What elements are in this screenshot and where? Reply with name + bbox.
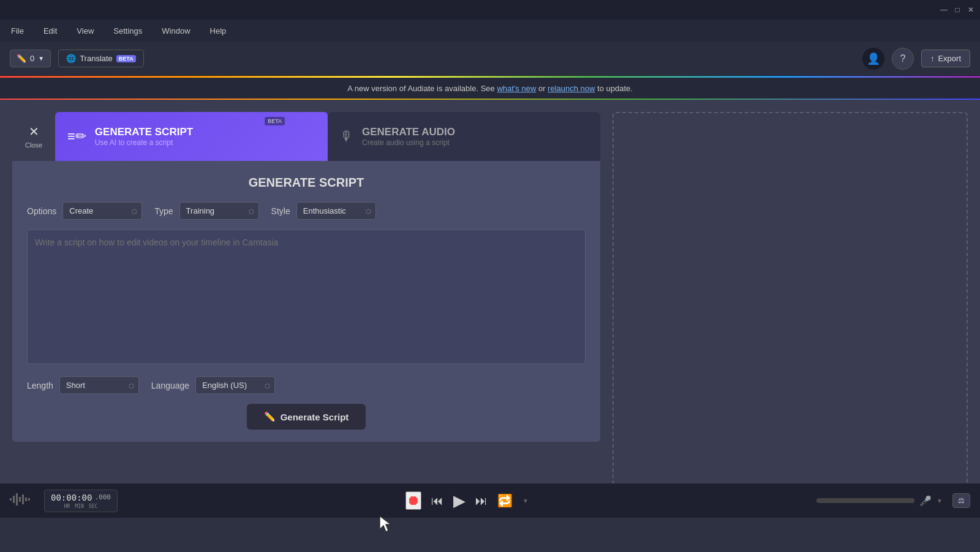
transport-controls: ⏺ ⏮ ▶ ⏭ 🔁 ▼ — [127, 491, 807, 510]
hr-label: HR — [64, 504, 70, 509]
script-textarea[interactable] — [27, 229, 586, 364]
menu-bar: File Edit View Settings Window Help — [0, 20, 980, 42]
microphone-icon: 🎤 — [919, 495, 932, 507]
volume-area: 🎤 ▼ — [816, 495, 943, 507]
export-button[interactable]: ↑ Export — [921, 50, 970, 67]
svg-rect-1 — [10, 498, 12, 501]
close-icon: ✕ — [29, 124, 39, 139]
menu-window[interactable]: Window — [158, 24, 194, 38]
mic-chevron: ▼ — [937, 498, 943, 504]
title-bar: — □ ✕ — [0, 0, 980, 20]
drop-zone — [612, 112, 968, 505]
audio-levels-button[interactable]: ⚖ — [952, 493, 970, 508]
menu-settings[interactable]: Settings — [110, 24, 146, 38]
svg-rect-3 — [16, 493, 18, 505]
style-select[interactable]: Enthusiastic Professional Casual Formal — [296, 202, 376, 220]
loop-button[interactable]: 🔁 — [497, 493, 513, 508]
pencil-icon: ✏️ — [17, 54, 26, 63]
volume-bar[interactable] — [816, 498, 914, 503]
avatar-icon: 👤 — [867, 52, 880, 65]
svg-marker-0 — [380, 516, 391, 532]
options-row: Options Create Edit Improve Type Trainin… — [27, 202, 586, 220]
style-group: Style Enthusiastic Professional Casual F… — [271, 202, 376, 220]
close-label: Close — [25, 141, 42, 149]
close-modal-button[interactable]: ✕ Close — [12, 112, 55, 161]
svg-rect-4 — [19, 497, 21, 502]
toolbar: ✏️ 0 ▼ 🌐 Translate BETA 👤 ? ↑ Export — [0, 42, 980, 76]
menu-file[interactable]: File — [7, 24, 28, 38]
main-content: ✕ Close BETA ≡✏ GENERATE SCRIPT Use AI t… — [0, 100, 980, 518]
menu-help[interactable]: Help — [206, 24, 230, 38]
options-label: Options — [27, 206, 56, 216]
style-label: Style — [271, 206, 290, 216]
translate-icon: 🌐 — [66, 54, 76, 63]
chevron-down-icon: ▼ — [38, 55, 44, 62]
length-label: Length — [27, 381, 53, 390]
length-select[interactable]: Short Medium Long — [59, 376, 139, 394]
audio-tab-icon: 🎙 — [340, 129, 353, 144]
language-select-wrapper: English (US) Spanish French German — [195, 376, 275, 394]
timecode-display: 00:00:00 .000 HR MIN SEC — [44, 490, 118, 512]
svg-rect-2 — [13, 496, 15, 503]
language-select[interactable]: English (US) Spanish French German — [195, 376, 275, 394]
generate-label: Generate Script — [281, 412, 349, 422]
tab-generate-audio[interactable]: 🎙 GENERATE AUDIO Create audio using a sc… — [328, 112, 600, 161]
skip-forward-button[interactable]: ⏭ — [475, 494, 488, 508]
update-banner: A new version of Audiate is available. S… — [0, 78, 980, 100]
svg-rect-7 — [28, 498, 30, 501]
script-tab-icon: ≡✏ — [67, 129, 86, 144]
export-label: Export — [938, 54, 961, 63]
generate-icon: ✏️ — [264, 411, 276, 422]
options-group: Options Create Edit Improve — [27, 202, 142, 220]
menu-edit[interactable]: Edit — [40, 24, 61, 38]
type-select-wrapper: Training Marketing Educational Tutorial — [179, 202, 259, 220]
svg-rect-6 — [25, 498, 27, 501]
style-select-wrapper: Enthusiastic Professional Casual Formal — [296, 202, 376, 220]
export-icon: ↑ — [930, 54, 935, 63]
relaunch-link[interactable]: relaunch now — [548, 84, 595, 93]
transport-bar: 00:00:00 .000 HR MIN SEC ⏺ ⏮ ▶ ⏭ 🔁 ▼ 🎤 ▼… — [0, 483, 980, 518]
modal-header: ✕ Close BETA ≡✏ GENERATE SCRIPT Use AI t… — [12, 112, 600, 161]
question-icon: ? — [900, 53, 905, 64]
play-button[interactable]: ▶ — [453, 491, 466, 510]
bottom-row: Length Short Medium Long Language Englis… — [27, 376, 586, 394]
language-group: Language English (US) Spanish French Ger… — [151, 376, 275, 394]
minimize-button[interactable]: — — [940, 6, 948, 14]
skip-back-button[interactable]: ⏮ — [431, 494, 443, 508]
generate-script-button[interactable]: ✏️ Generate Script — [247, 404, 366, 430]
menu-view[interactable]: View — [73, 24, 97, 38]
edit-count: 0 — [30, 54, 34, 63]
translate-button[interactable]: 🌐 Translate BETA — [58, 50, 144, 67]
loop-chevron: ▼ — [522, 498, 529, 504]
modal-container: ✕ Close BETA ≡✏ GENERATE SCRIPT Use AI t… — [12, 112, 600, 442]
modal-title: GENERATE SCRIPT — [27, 176, 586, 190]
min-label: MIN — [75, 504, 83, 509]
type-label: Type — [154, 206, 173, 216]
svg-rect-5 — [22, 494, 24, 504]
length-group: Length Short Medium Long — [27, 376, 139, 394]
translate-label: Translate — [80, 54, 113, 63]
type-group: Type Training Marketing Educational Tuto… — [154, 202, 258, 220]
options-select-wrapper: Create Edit Improve — [62, 202, 142, 220]
close-button[interactable]: ✕ — [967, 6, 975, 14]
length-select-wrapper: Short Medium Long — [59, 376, 139, 394]
script-tab-title: GENERATE SCRIPT — [95, 126, 193, 138]
type-select[interactable]: Training Marketing Educational Tutorial — [179, 202, 259, 220]
edit-button[interactable]: ✏️ 0 ▼ — [10, 50, 51, 67]
audio-tab-subtitle: Create audio using a script — [362, 138, 455, 147]
translate-beta-badge: BETA — [116, 55, 136, 62]
script-tab-subtitle: Use AI to create a script — [95, 138, 193, 147]
help-button[interactable]: ? — [892, 48, 914, 70]
tab-generate-script[interactable]: BETA ≡✏ GENERATE SCRIPT Use AI to create… — [55, 112, 328, 161]
whats-new-link[interactable]: what's new — [497, 84, 536, 93]
language-label: Language — [151, 381, 189, 390]
record-button[interactable]: ⏺ — [405, 491, 421, 510]
options-select[interactable]: Create Edit Improve — [62, 202, 142, 220]
user-avatar[interactable]: 👤 — [862, 48, 884, 70]
timecode-value: 00:00:00 — [51, 493, 92, 502]
waveform-icon — [10, 492, 34, 510]
maximize-button[interactable]: □ — [953, 6, 962, 14]
script-beta-tag: BETA — [265, 117, 285, 125]
update-text: A new version of Audiate is available. S… — [347, 84, 633, 93]
sec-label: SEC — [89, 504, 97, 509]
